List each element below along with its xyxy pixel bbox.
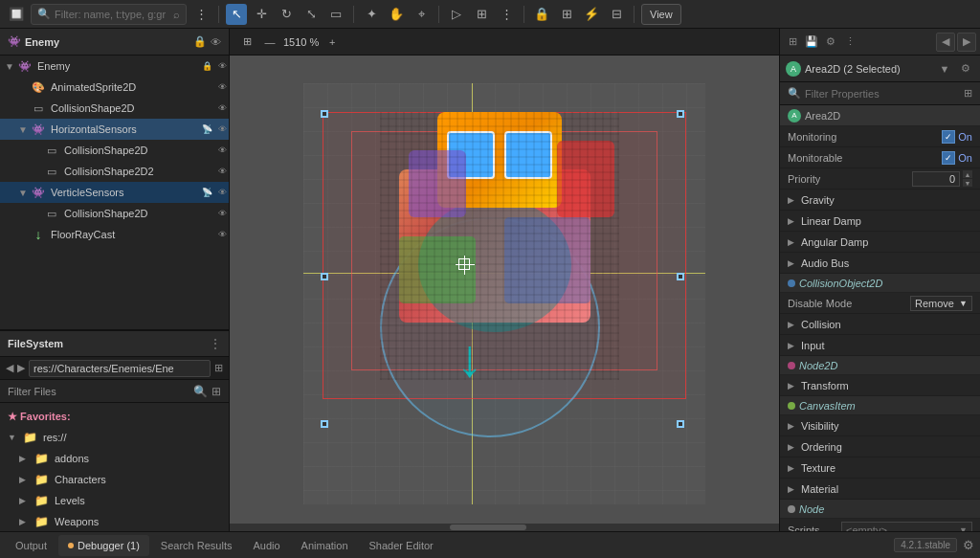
nav-forward-btn[interactable]: ▶ xyxy=(957,33,976,52)
tab-search-results[interactable]: Search Results xyxy=(151,535,242,556)
input-row[interactable]: ▶ Input xyxy=(780,335,980,356)
fs-forward-icon[interactable]: ▶ xyxy=(17,362,25,374)
tree-item-verticle-sensors[interactable]: ▼ 👾 VerticleSensors 📡 👁 xyxy=(0,182,229,203)
move-tool-btn[interactable]: ✛ xyxy=(251,4,272,25)
snap-btn[interactable]: ⋮ xyxy=(496,4,517,25)
lock-btn[interactable]: 🔒 xyxy=(531,4,552,25)
tree-item[interactable]: ▼ 👾 Enemy 🔒 👁 xyxy=(0,56,229,77)
scripts-dropdown[interactable]: <empty> ▼ xyxy=(841,522,972,532)
tree-item[interactable]: 🎨 AnimatedSprite2D 👁 xyxy=(0,77,229,98)
bottom-settings-icon[interactable]: ⚙ xyxy=(963,538,974,552)
fs-item-levels[interactable]: ▶ 📁 Levels xyxy=(0,490,229,511)
view-btn[interactable]: View xyxy=(641,4,681,25)
tree-item[interactable]: ▭ CollisionShape2D 👁 xyxy=(0,98,229,119)
connect-btn[interactable]: ⚡ xyxy=(581,4,602,25)
tab-output[interactable]: Output xyxy=(6,535,56,556)
tree-item-floor-raycast[interactable]: ↓ FloorRayCast 👁 xyxy=(0,224,229,245)
eye-badge: 👁 xyxy=(215,228,229,241)
tree-item[interactable]: ▭ CollisionShape2D 👁 xyxy=(0,140,229,161)
play-scene-btn[interactable]: ▷ xyxy=(446,4,467,25)
tab-audio[interactable]: Audio xyxy=(243,535,289,556)
filesystem-path-input[interactable] xyxy=(29,360,211,377)
fs-item-weapons[interactable]: ▶ 📁 Weapons xyxy=(0,511,229,531)
fs-back-icon[interactable]: ◀ xyxy=(6,362,13,374)
ordering-row[interactable]: ▶ Ordering xyxy=(780,436,980,458)
area2d-section-header[interactable]: A Area2D xyxy=(780,105,980,126)
monitoring-row: Monitoring ✓ On xyxy=(780,126,980,147)
more-options-icon[interactable]: ⋮ xyxy=(190,4,212,25)
tab-shader-editor[interactable]: Shader Editor xyxy=(360,535,443,556)
rotate-tool-btn[interactable]: ↻ xyxy=(276,4,297,25)
transform-icon[interactable]: 🔲 xyxy=(6,4,27,25)
viewport-scrollbar[interactable] xyxy=(230,524,779,531)
select-tool-btn[interactable]: ↖ xyxy=(226,4,247,25)
scale-handle-tr[interactable] xyxy=(677,110,684,118)
fs-bookmark-icon[interactable]: ⊞ xyxy=(214,362,223,374)
nav-back-btn[interactable]: ◀ xyxy=(936,33,955,52)
angular-damp-row[interactable]: ▶ Angular Damp xyxy=(780,232,980,253)
monitoring-checkbox[interactable]: ✓ xyxy=(942,130,955,144)
fs-filter-search-icon[interactable]: 🔍 xyxy=(193,385,208,398)
eye-badge: 👁 xyxy=(215,207,229,220)
node-settings-icon[interactable]: ⚙ xyxy=(957,60,974,78)
collision-row[interactable]: ▶ Collision xyxy=(780,314,980,335)
priority-input[interactable] xyxy=(912,171,960,187)
rp-save-icon[interactable]: 💾 xyxy=(803,33,820,51)
priority-down-btn[interactable]: ▼ xyxy=(963,179,972,187)
property-filter-input[interactable] xyxy=(805,88,960,100)
transform-row[interactable]: ▶ Transform xyxy=(780,375,980,396)
scale-handle-mr[interactable] xyxy=(677,273,684,280)
anchor-tool-btn[interactable]: ⌖ xyxy=(411,4,432,25)
zoom-out-icon[interactable]: ⊞ xyxy=(237,33,256,52)
tree-item[interactable]: ▭ CollisionShape2D2 👁 xyxy=(0,161,229,182)
zoom-fit-icon[interactable]: — xyxy=(260,33,279,52)
pan-tool-btn[interactable]: ✋ xyxy=(386,4,407,25)
fs-filter-options-icon[interactable]: ⊞ xyxy=(212,385,221,398)
audio-bus-row[interactable]: ▶ Audio Bus xyxy=(780,253,980,274)
monitoring-value[interactable]: ✓ On xyxy=(896,130,972,144)
gravity-row[interactable]: ▶ Gravity xyxy=(780,190,980,211)
group-btn[interactable]: ⊞ xyxy=(556,4,577,25)
scale-handle-bl[interactable] xyxy=(321,420,328,428)
scrollbar-thumb[interactable] xyxy=(450,525,526,530)
collision-obj-dot xyxy=(788,279,795,287)
fs-more-icon[interactable]: ⋮ xyxy=(210,337,221,350)
scale-handle-ml[interactable] xyxy=(321,273,328,280)
disable-mode-row: Disable Mode Remove ▼ xyxy=(780,293,980,314)
rp-more-icon[interactable]: ⋮ xyxy=(841,33,858,51)
tab-animation[interactable]: Animation xyxy=(292,535,358,556)
tab-debugger[interactable]: Debugger (1) xyxy=(58,535,149,556)
fs-item-res[interactable]: ▼ 📁 res:// xyxy=(0,427,229,448)
eye-badge: 👁 xyxy=(215,101,229,115)
node-label: CollisionShape2D xyxy=(64,145,213,156)
viewport[interactable]: ⊞ — 1510 % + xyxy=(230,29,779,531)
priority-up-btn[interactable]: ▲ xyxy=(963,170,972,178)
rect-tool-btn[interactable]: ▭ xyxy=(325,4,346,25)
filter-input[interactable] xyxy=(55,9,169,20)
filter-options-icon[interactable]: ⊞ xyxy=(964,87,972,100)
fs-item-addons[interactable]: ▶ 📁 addons xyxy=(0,448,229,469)
bone-tool-btn[interactable]: ✦ xyxy=(361,4,382,25)
grid-btn[interactable]: ⊞ xyxy=(471,4,492,25)
rp-scene-icon[interactable]: ⊞ xyxy=(784,33,801,51)
scale-handle-br[interactable] xyxy=(677,420,684,428)
monitorable-value[interactable]: ✓ On xyxy=(896,151,972,165)
expand-node-icon[interactable]: ▼ xyxy=(936,60,953,78)
visibility-row[interactable]: ▶ Visibility xyxy=(780,415,980,436)
zoom-in-icon[interactable]: + xyxy=(323,33,342,52)
tree-item[interactable]: ▭ CollisionShape2D 👁 xyxy=(0,203,229,224)
tree-item-horizontal-sensors[interactable]: ▼ 👾 HorizontalSensors 📡 👁 xyxy=(0,119,229,140)
linear-damp-row[interactable]: ▶ Linear Damp xyxy=(780,211,980,232)
material-row[interactable]: ▶ Material xyxy=(780,479,980,500)
scale-handle-tl[interactable] xyxy=(321,110,328,118)
layout-btn[interactable]: ⊟ xyxy=(606,4,627,25)
disable-mode-dropdown[interactable]: Remove ▼ xyxy=(910,296,972,311)
folder-icon: 📁 xyxy=(34,515,49,528)
texture-row[interactable]: ▶ Texture xyxy=(780,458,980,479)
scale-tool-btn[interactable]: ⤡ xyxy=(301,4,322,25)
scripts-label: Scripts xyxy=(788,525,835,532)
rp-settings-icon[interactable]: ⚙ xyxy=(822,33,839,51)
node2d-dot xyxy=(788,362,795,369)
monitorable-checkbox[interactable]: ✓ xyxy=(942,151,955,165)
fs-item-characters[interactable]: ▶ 📁 Characters xyxy=(0,469,229,490)
